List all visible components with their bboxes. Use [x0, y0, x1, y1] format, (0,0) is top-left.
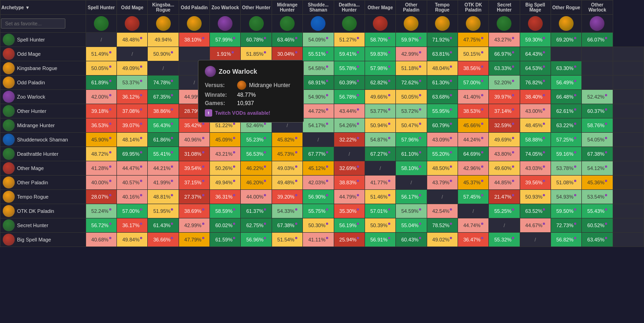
matchup-cell[interactable]: 1.91%	[210, 47, 241, 61]
matchup-cell[interactable]: 59.50%	[551, 204, 581, 218]
col-header-other-paladin[interactable]: Other Paladin	[396, 0, 427, 15]
col-icon-zoo-warlock[interactable]	[210, 15, 241, 33]
matchup-cell[interactable]: 62.61%	[551, 104, 581, 118]
matchup-cell[interactable]: 62.82%	[365, 76, 395, 90]
matchup-cell[interactable]: 63.46%	[272, 33, 302, 47]
matchup-cell[interactable]: 39.18%	[86, 104, 116, 118]
matchup-cell[interactable]: 45.90%	[86, 133, 116, 147]
matchup-cell[interactable]: 54.26%	[334, 118, 365, 133]
matchup-cell[interactable]: 56.96%	[241, 233, 272, 247]
matchup-cell[interactable]: 53.77%	[365, 104, 395, 118]
matchup-cell[interactable]	[613, 76, 644, 90]
matchup-cell[interactable]: 52.42%	[582, 90, 613, 104]
matchup-cell[interactable]: 44.67%	[520, 218, 551, 233]
col-icon-shudderwock-shaman[interactable]	[303, 15, 334, 33]
matchup-cell[interactable]: 49.03%	[272, 161, 302, 176]
matchup-cell[interactable]: 51.49%	[86, 47, 116, 61]
matchup-cell[interactable]: 51.54%	[272, 233, 302, 247]
matchup-cell[interactable]: 36.17%	[117, 218, 148, 233]
matchup-cell[interactable]: 42.54%	[427, 204, 458, 218]
matchup-cell[interactable]: 67.35%	[148, 90, 179, 104]
matchup-cell[interactable]: 78.52%	[427, 218, 458, 233]
matchup-cell[interactable]: 38.10%	[179, 33, 209, 47]
matchup-cell[interactable]: 32.69%	[334, 161, 365, 176]
matchup-cell[interactable]: 56.49%	[551, 76, 581, 90]
matchup-cell[interactable]: 43.03%	[520, 161, 551, 176]
matchup-cell[interactable]: 49.09%	[117, 61, 148, 76]
matchup-cell[interactable]: 36.31%	[210, 190, 241, 204]
col-header-spell-hunter[interactable]: Spell Hunter	[86, 0, 116, 15]
matchup-cell[interactable]: 51.95%	[148, 204, 179, 218]
matchup-cell[interactable]: 58.70%	[365, 33, 395, 47]
matchup-cell[interactable]: 47.79%	[179, 233, 209, 247]
matchup-cell[interactable]: 41.77%	[365, 176, 395, 190]
matchup-cell[interactable]: 50.15%	[458, 47, 488, 61]
matchup-cell[interactable]: 32.59%	[489, 118, 520, 133]
matchup-cell[interactable]: 48.50%	[427, 161, 458, 176]
col-header-other-hunter[interactable]: Other Hunter	[241, 0, 272, 15]
twitch-row[interactable]: t Twitch VODs available!	[205, 109, 297, 117]
archetype-cell[interactable]: Other Mage	[0, 161, 86, 176]
archetype-cell[interactable]: Big Spell Mage	[0, 233, 86, 247]
matchup-cell[interactable]: 63.68%	[427, 90, 458, 104]
matchup-cell[interactable]: 38.83%	[334, 176, 365, 190]
matchup-cell[interactable]: 67.38%	[272, 218, 302, 233]
matchup-cell[interactable]: 72.62%	[396, 76, 427, 90]
matchup-cell[interactable]: 48.45%	[520, 118, 551, 133]
matchup-cell[interactable]: 53.54%	[582, 190, 613, 204]
matchup-cell[interactable]: 63.22%	[551, 118, 581, 133]
col-icon-other-paladin[interactable]	[396, 15, 427, 33]
matchup-cell[interactable]: 63.30%	[551, 61, 581, 76]
matchup-cell[interactable]	[613, 204, 644, 218]
matchup-cell[interactable]: 42.99%	[396, 47, 427, 61]
col-header-otk-dk-paladin[interactable]: OTK DK Paladin	[458, 0, 488, 15]
col-icon-otk-dk-paladin[interactable]	[458, 15, 488, 33]
col-header-secret-hunter[interactable]: Secret Hunter	[489, 0, 520, 15]
archetype-cell[interactable]: OTK DK Paladin	[0, 204, 86, 218]
matchup-cell[interactable]: 42.00%	[86, 90, 116, 104]
matchup-cell[interactable]: 55.43%	[582, 204, 613, 218]
matchup-cell[interactable]: 61.30%	[427, 76, 458, 90]
matchup-cell[interactable]: 67.38%	[582, 147, 613, 161]
matchup-cell[interactable]: 60.39%	[334, 76, 365, 90]
matchup-cell[interactable]: 54.58%	[303, 61, 334, 76]
matchup-cell[interactable]: 41.99%	[148, 176, 179, 190]
matchup-cell[interactable]: 43.00%	[520, 104, 551, 118]
matchup-cell[interactable]: 41.40%	[458, 90, 488, 104]
matchup-cell[interactable]: 28.07%	[86, 190, 116, 204]
matchup-cell[interactable]: 43.09%	[427, 133, 458, 147]
matchup-cell[interactable]: 40.16%	[117, 190, 148, 204]
matchup-cell[interactable]: 45.82%	[272, 133, 302, 147]
matchup-cell[interactable]: 46.20%	[241, 176, 272, 190]
matchup-cell[interactable]: /	[303, 133, 334, 147]
matchup-cell[interactable]: 43.80%	[489, 147, 520, 161]
matchup-cell[interactable]: 45.36%	[582, 176, 613, 190]
matchup-cell[interactable]: 41.28%	[86, 161, 116, 176]
archetype-cell[interactable]: Odd Paladin	[0, 76, 86, 90]
matchup-cell[interactable]: 49.48%	[272, 176, 302, 190]
matchup-cell[interactable]: 61.10%	[396, 147, 427, 161]
matchup-cell[interactable]: /	[148, 61, 179, 76]
matchup-cell[interactable]: 32.22%	[334, 133, 365, 147]
matchup-cell[interactable]: 74.05%	[520, 147, 551, 161]
matchup-cell[interactable]: 57.45%	[458, 190, 488, 204]
matchup-cell[interactable]: 42.03%	[303, 176, 334, 190]
archetype-cell[interactable]: Kingsbane Rogue	[0, 61, 86, 76]
matchup-cell[interactable]: 48.72%	[86, 147, 116, 161]
matchup-cell[interactable]: 27.37%	[179, 190, 209, 204]
matchup-cell[interactable]: 66.48%	[551, 90, 581, 104]
matchup-cell[interactable]: 38.53%	[458, 104, 488, 118]
col-header-other-warlock[interactable]: Other Warlock	[582, 0, 613, 15]
matchup-cell[interactable]: 45.73%	[272, 147, 302, 161]
matchup-cell[interactable]: 68.91%	[303, 76, 334, 90]
matchup-cell[interactable]: /	[365, 161, 395, 176]
matchup-cell[interactable]: 47.75%	[458, 33, 488, 47]
matchup-cell[interactable]: 58.76%	[582, 118, 613, 133]
matchup-cell[interactable]: 45.12%	[303, 161, 334, 176]
matchup-cell[interactable]: 36.66%	[148, 233, 179, 247]
matchup-cell[interactable]: 51.27%	[334, 33, 365, 47]
matchup-cell[interactable]: 49.84%	[117, 233, 148, 247]
matchup-cell[interactable]: 36.53%	[86, 118, 116, 133]
matchup-cell[interactable]: 55.41%	[148, 147, 179, 161]
matchup-cell[interactable]: 53.37%	[117, 76, 148, 90]
